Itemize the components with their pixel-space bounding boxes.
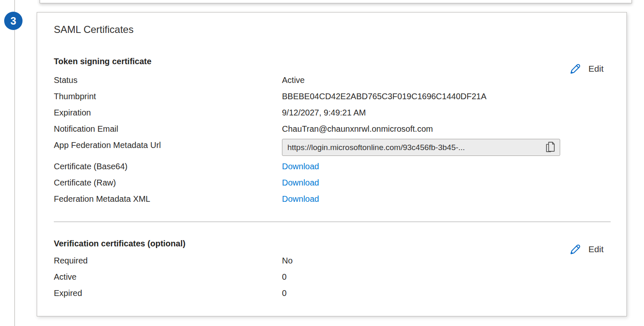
- edit-button-label: Edit: [589, 244, 604, 254]
- token-certificate-edit-button[interactable]: Edit: [568, 62, 604, 76]
- expired-row: Expired 0: [54, 285, 610, 301]
- required-label: Required: [54, 253, 282, 269]
- status-value: Active: [282, 72, 304, 88]
- status-row: Status Active: [54, 72, 610, 88]
- step-3-badge: 3: [4, 12, 23, 30]
- active-row: Active 0: [54, 269, 610, 285]
- certificate-raw-row: Certificate (Raw) Download: [54, 175, 610, 191]
- verification-certificates-heading: Verification certificates (optional): [54, 238, 610, 249]
- download-certificate-raw-link[interactable]: Download: [282, 175, 319, 191]
- required-value: No: [282, 253, 293, 269]
- edit-button-label: Edit: [589, 64, 604, 74]
- card-title: SAML Certificates: [54, 23, 610, 36]
- download-certificate-base64-link[interactable]: Download: [282, 158, 319, 175]
- thumbprint-value: BBEBE04CD42E2ABD765C3F019C1696C1440DF21A: [282, 88, 486, 105]
- saml-certificates-card: SAML Certificates Edit Edit Token signin…: [37, 12, 627, 316]
- notification-email-value: ChauTran@chaunxnrwl.onmicrosoft.com: [282, 121, 433, 137]
- edit-pencil-icon: [568, 242, 582, 256]
- notification-email-label: Notification Email: [54, 121, 282, 137]
- step-connector-line: [14, 0, 15, 326]
- edit-pencil-icon: [568, 62, 582, 76]
- verification-certificates-edit-button[interactable]: Edit: [568, 242, 604, 256]
- certificate-base64-row: Certificate (Base64) Download: [54, 158, 610, 175]
- thumbprint-label: Thumbprint: [54, 88, 282, 105]
- expiration-row: Expiration 9/12/2027, 9:49:21 AM: [54, 105, 610, 121]
- copy-button[interactable]: [543, 140, 557, 154]
- app-federation-metadata-url-input[interactable]: https://login.microsoftonline.com/93c456…: [282, 139, 560, 156]
- required-row: Required No: [54, 253, 610, 269]
- expired-value: 0: [282, 285, 287, 301]
- notification-email-row: Notification Email ChauTran@chaunxnrwl.o…: [54, 121, 610, 137]
- app-federation-metadata-url-label: App Federation Metadata Url: [54, 137, 282, 153]
- expiration-label: Expiration: [54, 105, 282, 121]
- download-federation-metadata-xml-link[interactable]: Download: [282, 191, 319, 207]
- federation-metadata-xml-label: Federation Metadata XML: [54, 191, 282, 207]
- status-label: Status: [54, 72, 282, 88]
- active-label: Active: [54, 269, 282, 285]
- certificate-raw-label: Certificate (Raw): [54, 175, 282, 191]
- section-divider: [54, 221, 611, 222]
- copy-icon: [545, 141, 556, 153]
- federation-metadata-xml-row: Federation Metadata XML Download: [54, 191, 610, 207]
- expiration-value: 9/12/2027, 9:49:21 AM: [282, 105, 366, 121]
- app-federation-metadata-url-value: https://login.microsoftonline.com/93c456…: [287, 143, 542, 152]
- active-value: 0: [282, 269, 287, 285]
- token-signing-certificate-heading: Token signing certificate: [54, 55, 610, 67]
- thumbprint-row: Thumbprint BBEBE04CD42E2ABD765C3F019C169…: [54, 88, 610, 105]
- certificate-base64-label: Certificate (Base64): [54, 158, 282, 175]
- previous-section-card-fragment: [40, 0, 632, 3]
- app-federation-metadata-url-row: App Federation Metadata Url https://logi…: [54, 137, 610, 158]
- expired-label: Expired: [54, 285, 282, 301]
